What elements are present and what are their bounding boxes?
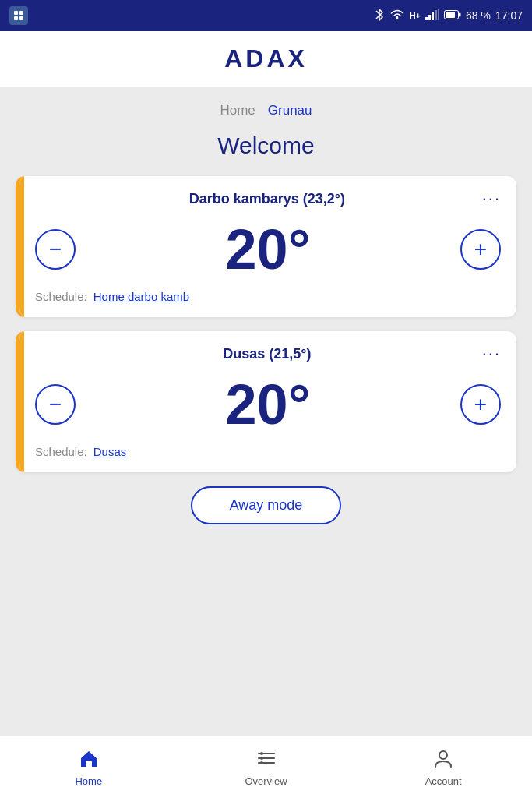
svg-rect-8 (438, 9, 439, 20)
temp-controls-darbo: − 20° + (35, 221, 501, 277)
svg-rect-11 (459, 13, 461, 17)
breadcrumb-home[interactable]: Home (220, 103, 255, 118)
more-menu-dusas[interactable]: ··· (482, 345, 501, 362)
schedule-row-darbo: Schedule: Home darbo kamb (35, 290, 501, 303)
nav-home-label: Home (75, 775, 102, 787)
svg-point-16 (260, 757, 263, 760)
schedule-link-darbo[interactable]: Home darbo kamb (93, 290, 189, 303)
svg-rect-2 (14, 16, 18, 20)
hplus-icon: H+ (410, 11, 421, 20)
decrease-temp-darbo[interactable]: − (35, 229, 76, 270)
nav-account[interactable]: Account (354, 747, 532, 787)
breadcrumb: Home Grunau (16, 103, 516, 118)
svg-rect-5 (428, 15, 431, 20)
minus-icon-darbo: − (49, 237, 62, 262)
increase-temp-darbo[interactable]: + (460, 229, 501, 270)
svg-rect-0 (14, 11, 18, 15)
breadcrumb-active[interactable]: Grunau (268, 103, 312, 118)
temp-controls-dusas: − 20° + (35, 376, 501, 433)
status-bar: H+ 68 % 17:07 (0, 0, 532, 31)
app-logo: ADAX (224, 44, 308, 73)
svg-rect-3 (19, 16, 23, 20)
away-mode-button[interactable]: Away mode (191, 486, 342, 524)
wifi-icon (389, 9, 405, 23)
device-card-dusas: Dusas (21,5°) ··· − 20° + Schedule: Dusa… (16, 331, 516, 472)
increase-temp-dusas[interactable]: + (460, 384, 501, 425)
svg-point-17 (260, 761, 263, 764)
device-name-darbo: Darbo kambarys (23,2°) (52, 191, 482, 207)
nav-account-label: Account (425, 775, 462, 787)
time: 17:07 (495, 9, 523, 22)
nav-home[interactable]: Home (0, 747, 178, 787)
card-header-dusas: Dusas (21,5°) ··· (35, 345, 501, 362)
battery-percent: 68 % (466, 9, 491, 22)
signal-icon (425, 9, 439, 23)
bluetooth-icon (374, 8, 385, 24)
device-name-dusas: Dusas (21,5°) (52, 346, 482, 362)
nav-overview[interactable]: Overview (178, 747, 355, 787)
status-right: H+ 68 % 17:07 (374, 8, 523, 24)
card-header-darbo: Darbo kambarys (23,2°) ··· (35, 190, 501, 207)
plus-icon-darbo: + (474, 237, 487, 262)
schedule-link-dusas[interactable]: Dusas (93, 445, 127, 458)
app-header: ADAX (0, 31, 532, 87)
more-menu-darbo[interactable]: ··· (482, 190, 501, 207)
status-left (9, 6, 28, 25)
temp-display-dusas: 20° (226, 376, 311, 433)
svg-rect-10 (446, 12, 455, 18)
plus-icon-dusas: + (474, 392, 487, 417)
svg-rect-4 (425, 17, 428, 20)
overview-icon (255, 747, 277, 772)
welcome-title: Welcome (16, 132, 516, 159)
decrease-temp-dusas[interactable]: − (35, 384, 76, 425)
account-icon (432, 747, 454, 772)
svg-rect-1 (19, 11, 23, 15)
schedule-label-darbo: Schedule: (35, 290, 87, 303)
temp-display-darbo: 20° (226, 221, 311, 277)
away-mode-container: Away mode (16, 486, 516, 524)
minus-icon-dusas: − (49, 392, 62, 417)
app-icon (9, 6, 28, 25)
nav-overview-label: Overview (245, 775, 287, 787)
home-icon (78, 747, 100, 772)
schedule-label-dusas: Schedule: (35, 445, 87, 458)
main-content: Home Grunau Welcome Darbo kambarys (23,2… (0, 87, 532, 736)
svg-point-18 (439, 751, 447, 759)
bottom-nav: Home Overview Account (0, 736, 532, 798)
schedule-row-dusas: Schedule: Dusas (35, 445, 501, 458)
svg-rect-6 (432, 12, 434, 20)
svg-rect-7 (435, 10, 437, 20)
svg-point-15 (260, 752, 263, 755)
device-card-darbo: Darbo kambarys (23,2°) ··· − 20° + Sched… (16, 176, 516, 317)
battery-icon (444, 9, 461, 22)
